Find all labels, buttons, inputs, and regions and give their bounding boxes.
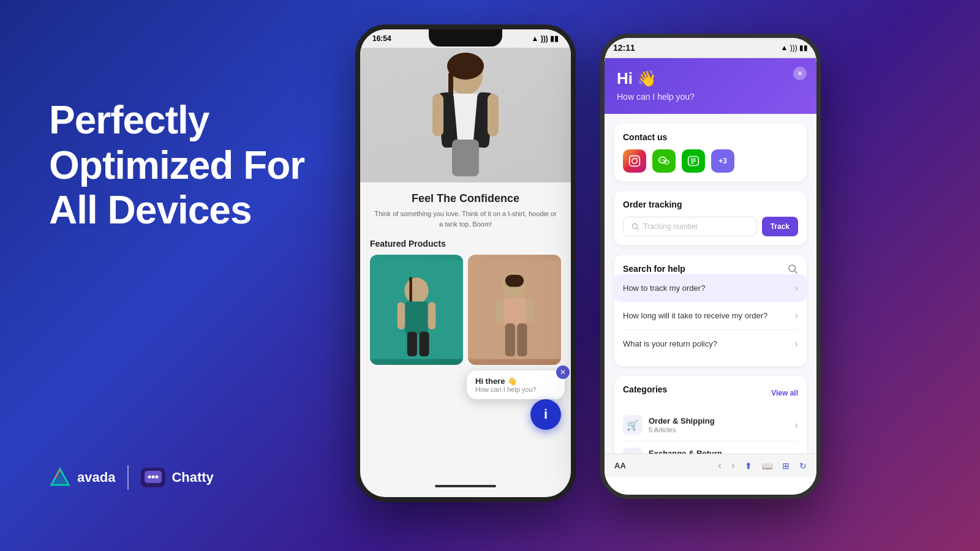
svg-point-45 <box>632 223 637 228</box>
featured-title: Featured Products <box>370 239 561 249</box>
svg-point-37 <box>663 159 664 160</box>
contact-icons-row: +3 <box>623 149 798 173</box>
hero-line2: Optimized For <box>49 143 304 189</box>
categories-title: Categories <box>623 384 667 394</box>
phone-right-status-icons: ▲ ))) ▮▮ <box>780 43 808 52</box>
chat-header: ✕ Hi 👋 How can I help you? <box>605 58 816 114</box>
svg-point-47 <box>789 265 796 272</box>
wechat-icon[interactable] <box>652 149 676 173</box>
category-item-1[interactable]: 🛒 Order & Shipping 5 Articles <box>623 409 798 441</box>
hero-line3: All Devices <box>49 188 304 233</box>
chat-greeting: Hi 👋 <box>617 69 804 88</box>
svg-rect-30 <box>505 323 515 356</box>
chat-bubble-overlay[interactable]: ✕ Hi there 👋 How can I help you? <box>467 370 565 399</box>
svg-point-6 <box>156 476 159 479</box>
svg-rect-26 <box>505 275 524 287</box>
nav-tabs-button[interactable]: ⊞ <box>782 461 790 471</box>
hero-line1: Perfectly <box>49 98 304 143</box>
product-person-2 <box>468 255 561 365</box>
search-help-icon[interactable] <box>787 263 798 274</box>
faq-chevron-3 <box>794 337 798 350</box>
chatty-logo: Chatty <box>141 468 213 487</box>
svg-point-34 <box>637 157 638 159</box>
tracking-input-row: Tracking number Track <box>623 217 798 236</box>
brand-logos: avada Chatty <box>49 465 214 490</box>
svg-point-17 <box>404 277 428 304</box>
browser-aa-label[interactable]: AA <box>614 461 626 470</box>
product-hero-image <box>360 48 571 182</box>
browser-nav: ‹ › ⬆ 📖 ⊞ ↻ <box>718 459 807 472</box>
product-desc: Think of something you love. Think of it… <box>372 209 559 229</box>
category-chevron-1 <box>794 419 798 432</box>
faq-label-1: How to track my order? <box>623 283 705 293</box>
hero-text-block: Perfectly Optimized For All Devices <box>49 98 304 233</box>
category-item-2[interactable]: ↩ Exchange & Return 3 Articles <box>623 441 798 454</box>
chatty-label: Chatty <box>172 470 213 485</box>
svg-point-5 <box>152 476 155 479</box>
search-help-title: Search for help <box>623 264 685 274</box>
chat-bubble-close[interactable]: ✕ <box>556 365 570 379</box>
product-title: Feel The Confidence <box>372 192 559 205</box>
chat-subtitle: How can I help you? <box>617 92 804 102</box>
browser-top-bar: 12:11 ▲ ))) ▮▮ <box>605 38 816 58</box>
svg-rect-27 <box>503 298 526 325</box>
phone-left-inner: 16:54 ▲ ))) ▮▮ <box>360 29 571 497</box>
track-button[interactable]: Track <box>762 217 798 236</box>
faq-chevron-2 <box>794 309 798 322</box>
product-grid <box>370 255 561 365</box>
instagram-icon[interactable] <box>623 149 646 173</box>
svg-rect-14 <box>488 94 499 137</box>
svg-rect-15 <box>452 140 479 176</box>
svg-rect-20 <box>398 302 405 329</box>
avada-logo: avada <box>49 467 115 489</box>
category-item-left-2: ↩ Exchange & Return 3 Articles <box>623 448 722 454</box>
phone-left-time: 16:54 <box>372 34 391 43</box>
nav-bookmark-button[interactable]: 📖 <box>762 461 772 471</box>
search-help-section: Search for help How to track my order? H… <box>614 255 807 366</box>
svg-rect-29 <box>526 299 534 323</box>
chatty-svg-icon <box>143 470 163 485</box>
svg-rect-23 <box>419 332 429 356</box>
svg-rect-28 <box>496 299 503 323</box>
category-icon-2: ↩ <box>623 448 643 454</box>
svg-point-4 <box>148 476 151 479</box>
hero-person-svg <box>404 51 527 179</box>
category-icon-1: 🛒 <box>623 415 643 435</box>
nav-back-button[interactable]: ‹ <box>718 459 722 472</box>
phone-left: 16:54 ▲ ))) ▮▮ <box>355 24 576 502</box>
svg-line-48 <box>794 271 797 274</box>
category-name-1: Order & Shipping <box>649 416 715 425</box>
product-card-2[interactable] <box>468 255 561 365</box>
svg-rect-18 <box>409 277 412 304</box>
contact-us-section: Contact us <box>614 124 807 181</box>
chat-close-button[interactable]: ✕ <box>793 67 807 80</box>
browser-bottom-bar: AA ‹ › ⬆ 📖 ⊞ ↻ <box>605 454 816 477</box>
product-person-1 <box>370 255 463 365</box>
categories-header: Categories View all <box>623 384 798 402</box>
category-chevron-2 <box>794 451 798 454</box>
chatty-icon <box>141 468 165 487</box>
category-info-1: Order & Shipping 5 Articles <box>649 416 715 433</box>
tracking-placeholder: Tracking number <box>643 222 698 231</box>
category-count-1: 5 Articles <box>649 426 715 433</box>
chat-bubble-subtitle: How can I help you? <box>475 386 556 393</box>
nav-refresh-button[interactable]: ↻ <box>799 461 807 471</box>
faq-item-2[interactable]: How long will it take to receive my orde… <box>623 302 798 330</box>
svg-line-46 <box>636 228 639 230</box>
more-contacts-button[interactable]: +3 <box>711 149 734 173</box>
product-card-1[interactable] <box>370 255 463 365</box>
phone-left-home-bar <box>435 485 496 487</box>
svg-point-40 <box>667 162 668 163</box>
category-name-2: Exchange & Return <box>649 449 722 454</box>
avada-label: avada <box>77 470 115 485</box>
search-icon <box>631 222 639 231</box>
nav-share-button[interactable]: ⬆ <box>745 461 752 471</box>
faq-item-1[interactable]: How to track my order? <box>614 274 807 302</box>
featured-section: Featured Products <box>360 234 571 370</box>
chat-info-button[interactable]: i <box>530 399 561 430</box>
view-all-link[interactable]: View all <box>771 389 798 397</box>
faq-item-3[interactable]: What is your return policy? <box>623 330 798 358</box>
nav-forward-button[interactable]: › <box>731 459 735 472</box>
tracking-input-field[interactable]: Tracking number <box>623 217 757 236</box>
line-icon[interactable] <box>682 149 705 173</box>
